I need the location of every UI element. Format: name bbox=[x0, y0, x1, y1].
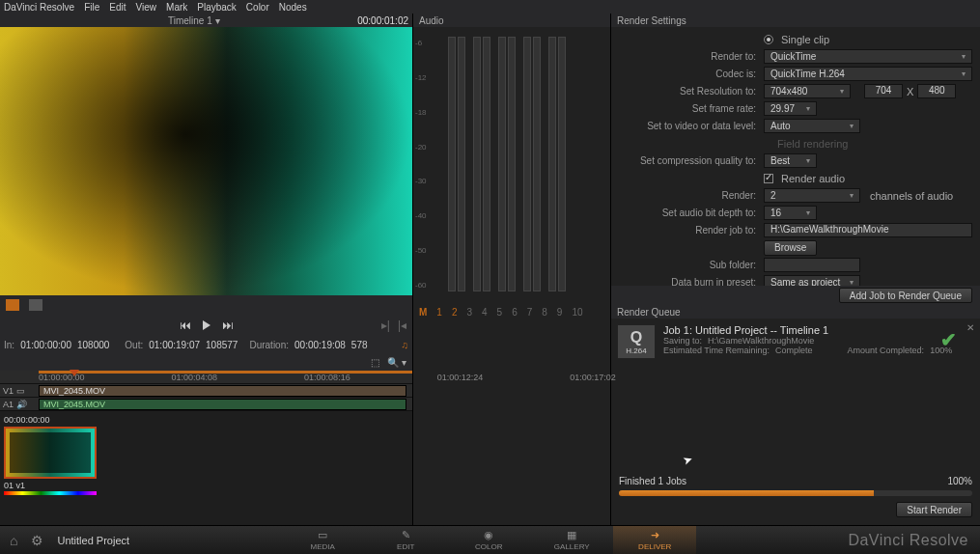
ch-5[interactable]: 5 bbox=[497, 307, 503, 318]
viewer-mode-b-icon[interactable] bbox=[29, 299, 42, 311]
menu-file[interactable]: File bbox=[84, 2, 99, 13]
prev-clip-icon[interactable]: ⏮ bbox=[180, 319, 191, 332]
audio-note-icon[interactable]: ♫ bbox=[402, 340, 409, 350]
quality-label: Set compression quality to: bbox=[619, 155, 764, 166]
fps-label: Set frame rate: bbox=[619, 103, 764, 114]
resolution-select[interactable]: 704x480 bbox=[764, 84, 851, 98]
progress-bar bbox=[619, 490, 972, 496]
viewer-mode-icons bbox=[0, 295, 412, 315]
video-clip[interactable]: MVI_2045.MOV bbox=[39, 385, 406, 397]
in-frame: 108000 bbox=[77, 340, 109, 350]
res-height-input[interactable]: 480 bbox=[917, 84, 956, 98]
out-timecode[interactable]: 01:00:19:07 bbox=[149, 340, 200, 350]
dur-frame: 578 bbox=[351, 340, 368, 350]
subfolder-input[interactable] bbox=[764, 258, 860, 272]
color-strip bbox=[4, 491, 97, 495]
ch-9[interactable]: 9 bbox=[557, 307, 563, 318]
render-queue-header: Render Queue bbox=[611, 305, 980, 319]
menu-color[interactable]: Color bbox=[246, 2, 269, 13]
render-audio-checkbox[interactable] bbox=[764, 174, 773, 183]
tl-tool-search-icon[interactable]: 🔍 ▾ bbox=[387, 357, 406, 368]
menubar[interactable]: DaVinci Resolve File Edit View Mark Play… bbox=[0, 0, 980, 14]
ch-4[interactable]: 4 bbox=[482, 307, 488, 318]
tab-edit[interactable]: ✎EDIT bbox=[364, 526, 447, 555]
bitdepth-select[interactable]: 16 bbox=[764, 206, 817, 220]
etr-label: Estimated Time Remaining: bbox=[663, 346, 770, 355]
timeline[interactable]: 01:00:00:00 01:00:04:08 01:00:08:16 01:0… bbox=[0, 371, 412, 525]
media-bin: 00:00:00:00 01 v1 bbox=[0, 411, 412, 499]
finished-label: Finished 1 Jobs bbox=[619, 476, 686, 486]
ch-7[interactable]: 7 bbox=[527, 307, 533, 318]
render-to-label: Render to: bbox=[619, 51, 764, 62]
ch-2[interactable]: 2 bbox=[452, 307, 458, 318]
audio-panel-header: Audio bbox=[413, 14, 610, 27]
menu-edit[interactable]: Edit bbox=[109, 2, 126, 13]
in-timecode[interactable]: 01:00:00:00 bbox=[20, 340, 71, 350]
render-job-path-input[interactable]: H:\GameWalkthroughMovie bbox=[764, 223, 972, 237]
wheel-icon: ◉ bbox=[484, 529, 493, 541]
track-box-icon[interactable]: ▭ bbox=[16, 386, 25, 396]
codec-select[interactable]: QuickTime H.264 bbox=[764, 67, 972, 81]
menu-view[interactable]: View bbox=[136, 2, 157, 13]
in-out-bar: In: 01:00:00:00 108000 Out: 01:00:19:07 … bbox=[0, 336, 412, 353]
fps-select[interactable]: 29.97 bbox=[764, 101, 817, 116]
meter-scale: -6-12-18-20-30-40-50-60 bbox=[415, 39, 427, 290]
ch-6[interactable]: 6 bbox=[512, 307, 518, 318]
render-queue-job[interactable]: QH.264 Job 1: Untitled Project -- Timeli… bbox=[611, 319, 980, 365]
level-select[interactable]: Auto bbox=[764, 119, 860, 133]
gear-icon[interactable]: ⚙ bbox=[31, 533, 43, 548]
add-job-button[interactable]: Add Job to Render Queue bbox=[839, 288, 972, 303]
clip-thumbnail[interactable] bbox=[4, 427, 97, 479]
channels-select[interactable]: 2 bbox=[764, 188, 860, 203]
meter bbox=[558, 37, 566, 291]
render-channels-label: Render: bbox=[619, 190, 764, 201]
ch-3[interactable]: 3 bbox=[466, 307, 472, 318]
job-complete-check-icon: ✔ bbox=[940, 328, 957, 351]
play-icon[interactable] bbox=[203, 320, 210, 330]
meter bbox=[533, 37, 541, 291]
render-settings: Single clip Render to:QuickTime Codec is… bbox=[611, 27, 980, 286]
timeline-ruler[interactable]: 01:00:00:00 01:00:04:08 01:00:08:16 01:0… bbox=[0, 371, 412, 384]
browse-button[interactable]: Browse bbox=[764, 240, 817, 256]
audio-track[interactable]: A1🔊 MVI_2045.MOV bbox=[0, 398, 412, 411]
v1-label: V1 bbox=[3, 386, 14, 396]
menu-mark[interactable]: Mark bbox=[166, 2, 187, 13]
single-clip-radio[interactable] bbox=[764, 35, 773, 44]
ch-8[interactable]: 8 bbox=[542, 307, 547, 318]
start-render-button[interactable]: Start Render bbox=[896, 502, 972, 517]
next-clip-icon[interactable]: ⏭ bbox=[222, 319, 234, 332]
playhead-icon[interactable] bbox=[70, 370, 79, 376]
res-width-input[interactable]: 704 bbox=[864, 84, 903, 98]
in-label: In: bbox=[4, 340, 14, 350]
tab-color[interactable]: ◉COLOR bbox=[447, 526, 530, 555]
audio-clip[interactable]: MVI_2045.MOV bbox=[39, 399, 406, 410]
ch-10[interactable]: 10 bbox=[572, 307, 582, 318]
render-to-select[interactable]: QuickTime bbox=[764, 49, 972, 64]
speaker-icon[interactable]: 🔊 bbox=[16, 400, 27, 409]
menu-app[interactable]: DaVinci Resolve bbox=[4, 2, 74, 13]
pencil-icon: ✎ bbox=[402, 529, 410, 541]
preview-viewer[interactable] bbox=[0, 27, 412, 295]
job-remove-icon[interactable]: ✕ bbox=[966, 322, 974, 333]
viewer-mode-a-icon[interactable] bbox=[6, 299, 19, 311]
menu-nodes[interactable]: Nodes bbox=[279, 2, 307, 13]
ch-1[interactable]: 1 bbox=[436, 307, 442, 318]
mute-toggle[interactable]: M bbox=[419, 307, 427, 318]
duration-label: Duration: bbox=[249, 340, 289, 350]
etr-value: Complete bbox=[775, 346, 813, 355]
home-icon[interactable]: ⌂ bbox=[10, 533, 17, 548]
menu-playback[interactable]: Playback bbox=[197, 2, 237, 13]
tab-deliver[interactable]: ➜DELIVER bbox=[613, 526, 696, 555]
video-track[interactable]: V1▭ MVI_2045.MOV bbox=[0, 384, 412, 398]
step-back-icon[interactable]: ▸| bbox=[381, 319, 390, 332]
bottom-bar: ⌂ ⚙ Untitled Project ▭MEDIA ✎EDIT ◉COLOR… bbox=[0, 525, 980, 554]
burnin-select[interactable]: Same as project bbox=[764, 275, 860, 286]
film-icon: ▭ bbox=[318, 529, 327, 541]
step-fwd-icon[interactable]: |◂ bbox=[398, 319, 406, 332]
timeline-name[interactable]: Timeline 1 ▾ bbox=[168, 15, 220, 26]
tl-tool-link-icon[interactable]: ⬚ bbox=[371, 357, 379, 368]
tab-gallery[interactable]: ▦GALLERY bbox=[530, 526, 613, 555]
tab-media[interactable]: ▭MEDIA bbox=[281, 526, 364, 555]
preview-timecode: 00:00:01:02 bbox=[357, 15, 408, 26]
quality-select[interactable]: Best bbox=[764, 153, 817, 168]
